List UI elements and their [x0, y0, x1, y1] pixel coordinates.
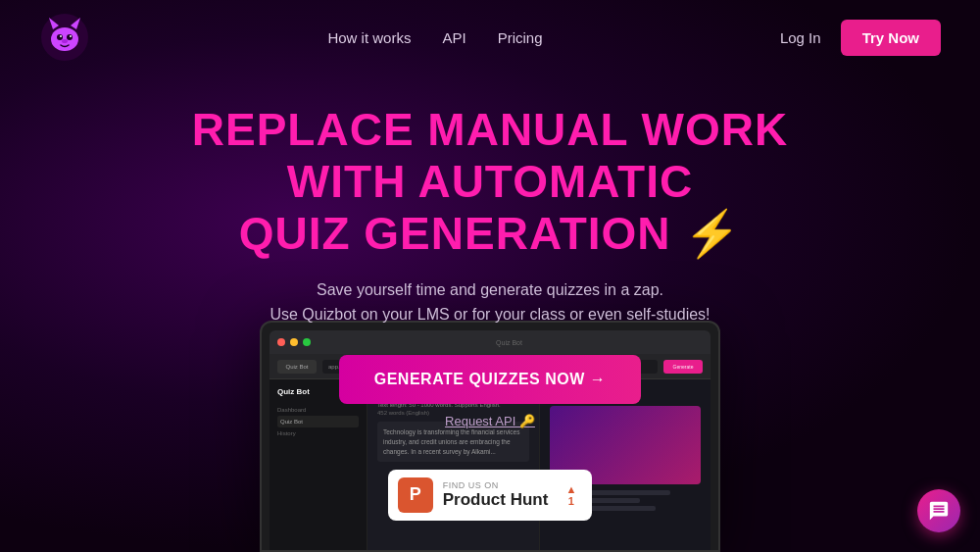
svg-point-8 [62, 39, 68, 43]
ph-find-text: FIND US ON [443, 480, 499, 490]
nav-links: How it works API Pricing [327, 29, 542, 46]
hero-subtitle-line2: Use Quizbot on your LMS or for your clas… [270, 306, 710, 323]
hero-title-line1: REPLACE MANUAL WORK WITH AUTOMATIC [192, 104, 788, 207]
product-hunt-logo: P [398, 477, 433, 513]
ph-text-group: FIND US ON Product Hunt [443, 480, 549, 510]
nav-api[interactable]: API [442, 29, 466, 46]
logo[interactable] [39, 12, 90, 63]
hero-subtitle: Save yourself time and generate quizzes … [39, 277, 941, 327]
nav-auth: Log In Try Now [780, 20, 941, 56]
svg-point-5 [67, 34, 73, 40]
nav-how-it-works[interactable]: How it works [327, 29, 411, 46]
chat-bubble[interactable] [917, 489, 960, 532]
ph-logo-letter: P [410, 484, 421, 505]
ph-vote-count: 1 [568, 495, 574, 507]
ph-vote: ▲ 1 [565, 483, 576, 507]
svg-point-6 [60, 35, 62, 37]
ph-name: Product Hunt [443, 490, 549, 510]
request-api-link[interactable]: Request API 🔑 [39, 414, 941, 428]
product-hunt-badge[interactable]: P FIND US ON Product Hunt ▲ 1 [388, 470, 593, 521]
navbar: How it works API Pricing Log In Try Now [0, 0, 980, 75]
hero-subtitle-line1: Save yourself time and generate quizzes … [317, 281, 663, 298]
login-button[interactable]: Log In [780, 29, 821, 46]
nav-pricing[interactable]: Pricing [498, 29, 543, 46]
try-now-button[interactable]: Try Now [841, 20, 941, 56]
svg-point-4 [57, 34, 63, 40]
logo-icon [39, 12, 90, 63]
generate-quizzes-button[interactable]: GENERATE QUIZZES NOW → [339, 355, 641, 404]
svg-point-7 [70, 35, 72, 37]
ph-vote-arrow: ▲ [565, 483, 576, 495]
hero-title: REPLACE MANUAL WORK WITH AUTOMATIC QUIZ … [147, 104, 833, 260]
hero-section: REPLACE MANUAL WORK WITH AUTOMATIC QUIZ … [0, 75, 980, 521]
hero-title-line2: QUIZ GENERATION ⚡ [239, 208, 742, 259]
chat-icon [928, 500, 950, 522]
